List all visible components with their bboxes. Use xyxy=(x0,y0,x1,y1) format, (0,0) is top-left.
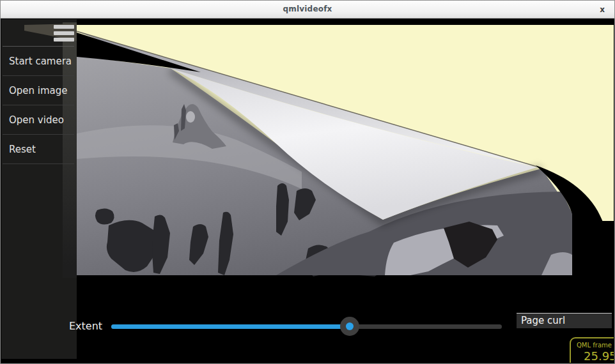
app-content: Start camera Open image Open video Reset… xyxy=(1,19,614,363)
sidebar-item-reset[interactable]: Reset xyxy=(3,135,74,164)
fps-badge: QML frame r... 25.95 xyxy=(570,337,614,363)
effect-selector-button[interactable]: Page curl xyxy=(517,313,612,328)
sidebar-item-open-image[interactable]: Open image xyxy=(3,76,74,105)
slider-fill xyxy=(111,324,350,329)
window-title: qmlvideofx xyxy=(1,4,614,13)
sidebar-item-open-video[interactable]: Open video xyxy=(3,105,74,135)
sidebar: Start camera Open image Open video Reset xyxy=(1,19,77,359)
close-button[interactable]: x xyxy=(596,4,608,15)
black-right-fill xyxy=(572,221,614,275)
title-bar: qmlvideofx x xyxy=(1,1,614,19)
app-window: qmlvideofx x xyxy=(0,0,615,364)
menu-icon[interactable] xyxy=(51,25,77,44)
extent-slider-label: Extent xyxy=(69,320,102,332)
peak-snow-hole xyxy=(186,111,195,123)
fps-badge-value: 25.95 xyxy=(577,349,614,363)
video-area[interactable] xyxy=(1,19,614,363)
extent-slider[interactable] xyxy=(111,317,502,336)
sidebar-item-start-camera[interactable]: Start camera xyxy=(3,47,74,76)
sidebar-menu: Start camera Open image Open video Reset xyxy=(3,46,74,164)
slider-handle[interactable] xyxy=(340,317,359,336)
fps-badge-label: QML frame r... xyxy=(577,342,614,349)
